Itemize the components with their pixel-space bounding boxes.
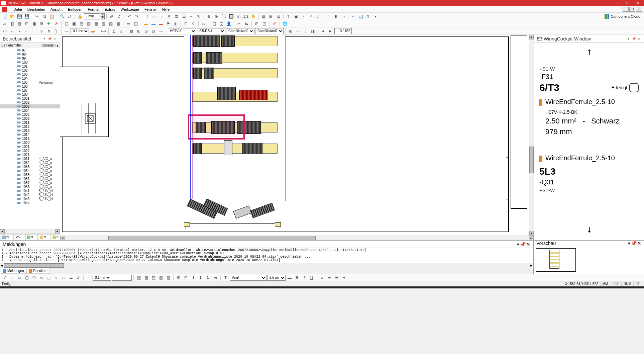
e3-icon[interactable]: e³ <box>271 20 278 27</box>
pan-icon[interactable]: ✋ <box>250 13 256 20</box>
tab-s2[interactable]: S… <box>38 234 50 240</box>
font-combo[interactable]: Arial <box>230 275 266 281</box>
rect-tool-icon[interactable]: ▭ <box>151 13 158 20</box>
device-tree[interactable]: 979899100101102103104105Vakuump106107108… <box>0 48 60 229</box>
drawing-sheet[interactable]: ◄ ∞ <box>60 35 529 236</box>
wc-up-button[interactable]: 🠕 <box>539 48 639 58</box>
tree-item[interactable]: 104 <box>0 76 60 80</box>
tab-bl[interactable]: Bl… <box>1 234 14 240</box>
preview-thumbnail[interactable] <box>536 248 576 272</box>
zoom-1to1-icon[interactable]: 1:1 <box>242 13 249 20</box>
draw-poly-icon[interactable]: ⬠ <box>31 274 37 281</box>
tree-item[interactable]: 1021 <box>0 145 60 149</box>
hatch4-icon[interactable]: ▥ <box>157 274 164 281</box>
hscroll-right-icon[interactable]: ► <box>55 229 60 234</box>
print-icon[interactable]: 🖨 <box>108 13 115 20</box>
ungroup-icon[interactable]: ⊟ <box>183 274 189 281</box>
menu-format[interactable]: Format <box>85 7 102 11</box>
wc-dropdown-icon[interactable]: ▾ <box>626 36 631 41</box>
calc-icon[interactable]: ⊞ <box>253 20 260 27</box>
draw-cloud-icon[interactable]: ☁ <box>68 274 74 281</box>
line-style-icon[interactable]: — <box>63 28 70 34</box>
cut-icon[interactable]: ✂ <box>34 13 40 20</box>
opt3-icon[interactable]: ⋮ <box>302 28 309 34</box>
tree-item[interactable]: 102 <box>0 68 60 72</box>
merge-icon[interactable]: ⇆ <box>243 20 250 27</box>
group2-icon[interactable]: ▣ <box>71 20 77 27</box>
draw-circle-icon[interactable]: ○ <box>53 274 60 281</box>
mdi-close-button[interactable]: × <box>636 7 642 12</box>
color3-icon[interactable]: ▬ <box>157 20 164 27</box>
opt4-icon[interactable]: ◨ <box>309 28 316 34</box>
circle-tool-icon[interactable]: ○ <box>158 13 165 20</box>
stack-icon[interactable]: ≣ <box>125 20 132 27</box>
corediacol1-combo[interactable]: CoreDiaAndColou <box>226 28 254 34</box>
linetype-preview[interactable] <box>112 275 132 281</box>
sel3-icon[interactable]: ▪ <box>16 28 23 34</box>
tree-item[interactable]: 1006 <box>0 116 60 120</box>
tree-item[interactable]: 1023 <box>0 153 60 157</box>
page-next-icon[interactable]: ► <box>327 28 334 34</box>
tree-item[interactable]: 10425_24V_N <box>0 193 60 197</box>
mdi-minimize-button[interactable]: _ <box>623 7 629 12</box>
tree-item[interactable]: 97 <box>0 48 60 52</box>
sheet-icon[interactable]: ◰ <box>261 20 267 27</box>
tree-item[interactable]: 10324_AIO_u <box>0 161 60 165</box>
tree-item[interactable]: 1014 <box>0 132 60 137</box>
bus4-icon[interactable]: ⊡ <box>150 28 157 34</box>
view1-icon[interactable]: ◳ <box>211 20 217 27</box>
tree-item[interactable]: 1022 <box>0 149 60 153</box>
zoom-sel-icon[interactable]: ◱ <box>235 13 242 20</box>
wc-close-icon[interactable]: ✕ <box>637 36 641 41</box>
vscroll-thumb[interactable] <box>529 147 534 173</box>
tree-item[interactable]: 1005 <box>0 112 60 116</box>
hscroll-left-icon[interactable]: ◄ <box>60 236 65 240</box>
bus5-icon[interactable]: — <box>157 28 164 34</box>
group7-icon[interactable]: ▨ <box>107 20 114 27</box>
flag-icon[interactable]: ⚑ <box>165 20 172 27</box>
mdi-restore-button[interactable]: ❐ <box>629 7 635 12</box>
tab-s1[interactable]: S… <box>25 234 38 240</box>
tab-meldungen[interactable]: Meldungen <box>1 268 26 274</box>
opt1-icon[interactable]: ⊞ <box>287 28 294 34</box>
menu-extras[interactable]: Extras <box>102 7 118 11</box>
pv-dropdown-icon[interactable]: ▾ <box>628 241 630 246</box>
lock-icon[interactable]: 🔒 <box>77 13 83 20</box>
tree-item[interactable]: 10435_24V_N <box>0 197 60 201</box>
spin-down[interactable]: ▼ <box>101 16 105 19</box>
draw-spline-icon[interactable]: ∿ <box>38 274 45 281</box>
draw-arc-icon[interactable]: ◡ <box>45 274 52 281</box>
user-icon[interactable]: 👤 <box>225 20 232 27</box>
bold-icon[interactable]: B <box>294 274 300 281</box>
menu-datei[interactable]: Datei <box>11 7 25 11</box>
tree-item[interactable]: 1015 <box>0 137 60 141</box>
draw-roundrect-icon[interactable]: ▢ <box>23 274 30 281</box>
color2-icon[interactable]: ▬ <box>150 20 157 27</box>
panel-pin-icon[interactable]: 📌 <box>47 36 52 41</box>
open-icon[interactable]: 📂 <box>9 13 15 20</box>
new-icon[interactable]: 📄 <box>1 13 8 20</box>
new-sheet-icon[interactable]: ▱ <box>1 20 8 27</box>
underline-icon[interactable]: U <box>308 274 315 281</box>
tree-item[interactable]: 106 <box>0 84 60 88</box>
pv-pin-icon[interactable]: 📌 <box>631 241 637 246</box>
dim2-icon[interactable]: ∡ <box>110 28 117 34</box>
pv-close-icon[interactable]: ✕ <box>637 241 641 246</box>
page-counter[interactable] <box>334 28 352 34</box>
align-l-icon[interactable]: ≡ <box>319 274 325 281</box>
wire-size-combo[interactable]: 2.5-DBU <box>197 28 225 34</box>
3d-icon[interactable]: 3D <box>200 20 207 27</box>
tree-item[interactable]: 10415_24V_N <box>0 189 60 193</box>
page-prev-icon[interactable]: ◄ <box>320 28 326 34</box>
scissors-icon[interactable]: ✂ <box>236 20 242 27</box>
col-varianten[interactable]: Varianten ▴ <box>40 43 60 48</box>
minimize-button[interactable]: — <box>613 0 623 6</box>
wire1-icon[interactable]: ⊡ <box>183 20 189 27</box>
tree-item[interactable]: 98 <box>0 52 60 56</box>
panel-close-icon[interactable]: ✕ <box>52 36 57 41</box>
dimension-icon[interactable]: ↔ <box>188 13 195 20</box>
draw-ellipse-icon[interactable]: ⬭ <box>60 274 67 281</box>
msg-hscroll-left[interactable]: ◄ <box>0 263 4 268</box>
route-icon[interactable]: ⤴ <box>315 13 321 20</box>
group5-icon[interactable]: ▦ <box>93 20 99 27</box>
